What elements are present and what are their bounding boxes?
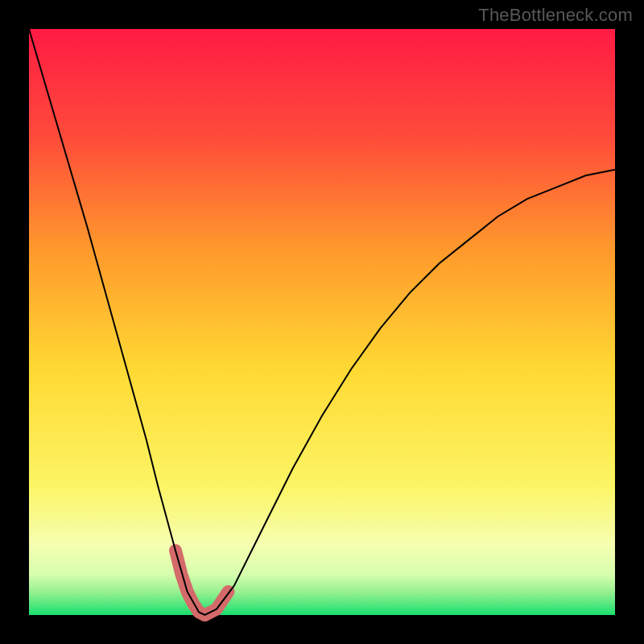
chart-stage: TheBottleneck.com: [0, 0, 644, 644]
curves-svg: [29, 29, 615, 615]
watermark-text: TheBottleneck.com: [478, 5, 633, 26]
bottleneck-curve: [29, 29, 615, 615]
plot-area: [29, 29, 615, 615]
